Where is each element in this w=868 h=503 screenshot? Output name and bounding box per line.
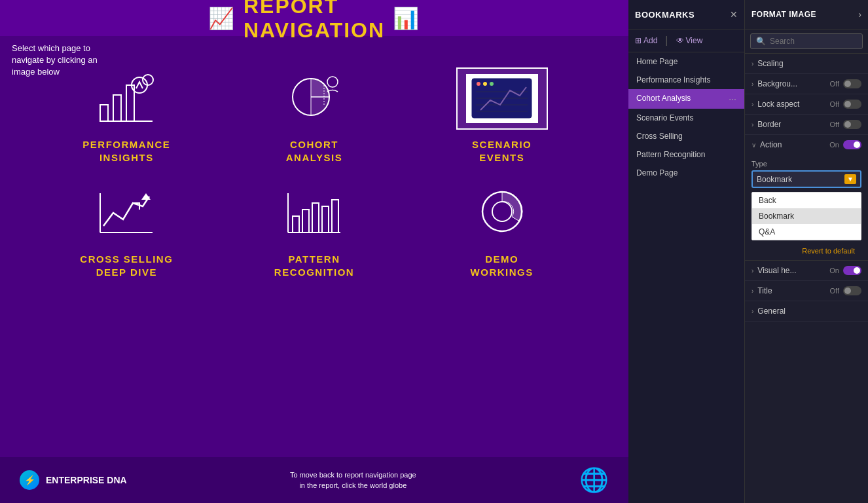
nav-icon-pattern-recognition xyxy=(265,177,363,249)
format-search-input[interactable] xyxy=(770,37,857,46)
lock-aspect-chevron-icon: › xyxy=(751,101,753,108)
format-section-border[interactable]: › Border Off xyxy=(745,115,868,135)
bookmarks-list: Home Page Performance Insights Cohort An… xyxy=(628,52,744,182)
bookmark-item-cross-selling[interactable]: Cross Selling xyxy=(628,127,744,145)
type-selected-value: Bookmark xyxy=(757,175,792,184)
title-icon-right: 📊 xyxy=(393,6,420,31)
scaling-label: Scaling xyxy=(757,59,783,68)
bookmark-item-cohort-analysis[interactable]: Cohort Analysis ··· xyxy=(628,89,744,109)
format-section-visual-header[interactable]: › Visual he... On xyxy=(745,261,868,281)
option-back[interactable]: Back xyxy=(752,193,861,208)
bookmark-item-home-page[interactable]: Home Page xyxy=(628,52,744,71)
title-line2: NAVIGATION xyxy=(244,18,385,43)
screen-chart-icon xyxy=(471,77,533,120)
format-section-action: ∨ Action On Type Bookmark ▼ Back Bookmar… xyxy=(745,135,868,261)
scaling-chevron-icon: › xyxy=(751,60,753,67)
svg-point-11 xyxy=(483,82,487,86)
bookmark-item-performance-insights[interactable]: Performance Insights xyxy=(628,71,744,89)
svg-point-4 xyxy=(143,75,153,85)
svg-point-10 xyxy=(477,82,480,86)
lock-aspect-toggle[interactable] xyxy=(843,100,861,109)
title-chevron-icon: › xyxy=(751,288,753,295)
bookmarks-header: BOOKMARKS ✕ xyxy=(628,0,744,29)
nav-item-scenario-events[interactable]: SCENARIOEVENTS xyxy=(414,62,589,164)
chart-growth-icon xyxy=(97,72,156,124)
format-panel: FORMAT IMAGE › 🔍 › Scaling › Backgrou...… xyxy=(745,0,868,503)
background-state: Off xyxy=(830,80,839,88)
report-title: 📈 REPORT NAVIGATION 📊 xyxy=(208,0,420,43)
bookmark-item-pattern-recognition[interactable]: Pattern Recognition xyxy=(628,145,744,164)
nav-item-cohort-analysis[interactable]: COHORTANALYSIS xyxy=(227,62,402,164)
visual-header-state: On xyxy=(829,267,839,274)
revert-to-default-link[interactable]: Revert to default xyxy=(751,244,861,260)
option-qa[interactable]: Q&A xyxy=(752,224,861,240)
bookmarks-add-button[interactable]: ⊞ Add xyxy=(635,35,657,47)
bookmarks-actions: ⊞ Add | 👁 View xyxy=(628,29,744,52)
dropdown-options-list: Back Bookmark Q&A xyxy=(751,192,861,240)
background-toggle[interactable] xyxy=(843,79,861,88)
svg-rect-22 xyxy=(302,210,309,233)
svg-rect-1 xyxy=(113,95,121,121)
nav-item-demo-workings[interactable]: DEMOWORKINGS xyxy=(414,177,589,278)
main-canvas: 📈 REPORT NAVIGATION 📊 Select which page … xyxy=(0,0,628,503)
svg-point-27 xyxy=(492,202,512,221)
nav-label-cross-selling: CROSS SELLINGDEEP DIVE xyxy=(80,253,173,278)
action-state: On xyxy=(829,141,839,149)
format-section-title[interactable]: › Title Off xyxy=(745,281,868,301)
title-toggle[interactable] xyxy=(843,286,861,295)
add-label: Add xyxy=(643,36,657,45)
background-chevron-icon: › xyxy=(751,81,753,88)
bookmarks-view-button[interactable]: 👁 View xyxy=(676,35,703,47)
bookmark-item-demo-page[interactable]: Demo Page xyxy=(628,164,744,182)
title-line1: REPORT xyxy=(244,0,385,18)
nav-item-pattern-recognition[interactable]: PATTERNRECOGNITION xyxy=(227,177,402,278)
format-panel-header: FORMAT IMAGE › xyxy=(745,0,868,29)
title-icon-left: 📈 xyxy=(208,6,236,31)
world-globe-icon[interactable]: 🌐 xyxy=(579,466,609,494)
action-toggle[interactable] xyxy=(843,140,861,149)
format-section-background[interactable]: › Backgrou... Off xyxy=(745,74,868,94)
view-label: View xyxy=(686,36,703,45)
svg-rect-0 xyxy=(100,105,108,121)
border-toggle[interactable] xyxy=(843,120,861,129)
format-section-lock-aspect[interactable]: › Lock aspect Off xyxy=(745,94,868,115)
format-section-scaling[interactable]: › Scaling xyxy=(745,54,868,74)
brand-name: ENTERPRISE DNA xyxy=(46,475,127,485)
visual-header-chevron-icon: › xyxy=(751,267,753,274)
bookmark-options-icon[interactable]: ··· xyxy=(729,94,736,104)
footer-note: To move back to report navigation page i… xyxy=(287,470,418,491)
footer-bar: ⚡ ENTERPRISE DNA To move back to report … xyxy=(0,457,628,503)
format-panel-chevron: › xyxy=(858,9,861,20)
action-label: Action xyxy=(760,140,782,149)
nav-icon-demo-workings xyxy=(453,177,551,249)
bookmark-item-scenario-events[interactable]: Scenario Events xyxy=(628,109,744,127)
bookmarks-close-button[interactable]: ✕ xyxy=(730,9,738,20)
view-icon: 👁 xyxy=(676,36,684,45)
format-search-box: 🔍 xyxy=(750,33,863,49)
option-bookmark[interactable]: Bookmark xyxy=(752,208,861,224)
nav-label-cohort-analysis: COHORTANALYSIS xyxy=(286,138,342,164)
format-section-general[interactable]: › General xyxy=(745,301,868,322)
visual-header-label: Visual he... xyxy=(757,266,796,275)
search-icon: 🔍 xyxy=(756,37,766,46)
svg-point-12 xyxy=(490,82,494,86)
general-chevron-icon: › xyxy=(751,308,753,315)
nav-item-cross-selling[interactable]: CROSS SELLINGDEEP DIVE xyxy=(39,177,214,278)
nav-label-scenario-events: SCENARIOEVENTS xyxy=(472,138,532,164)
nav-instruction: Select which page to navigate by clickin… xyxy=(12,43,117,79)
format-panel-title: FORMAT IMAGE xyxy=(751,10,816,19)
brand-icon: ⚡ xyxy=(20,470,39,490)
nav-label-pattern-recognition: PATTERNRECOGNITION xyxy=(274,253,354,278)
svg-rect-24 xyxy=(322,206,329,233)
svg-point-7 xyxy=(327,77,338,87)
bookmarks-panel: BOOKMARKS ✕ ⊞ Add | 👁 View Home Page Per… xyxy=(628,0,745,503)
type-dropdown[interactable]: Bookmark ▼ xyxy=(751,170,861,188)
background-label: Backgrou... xyxy=(757,79,797,88)
lock-aspect-label: Lock aspect xyxy=(757,100,799,109)
format-search-area: 🔍 xyxy=(745,29,868,54)
nav-icon-cross-selling xyxy=(77,177,175,249)
dropdown-arrow-icon: ▼ xyxy=(844,174,856,184)
visual-header-toggle[interactable] xyxy=(843,266,861,275)
footer-brand: ⚡ ENTERPRISE DNA xyxy=(20,470,127,490)
action-header-row[interactable]: ∨ Action On xyxy=(745,135,868,155)
